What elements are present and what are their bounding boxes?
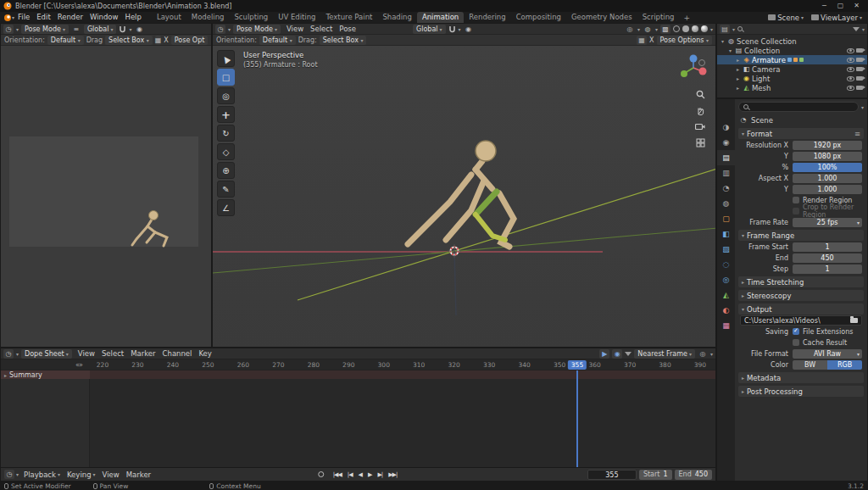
expand-caret-icon[interactable]: ▸ [735, 85, 741, 91]
close-button[interactable]: ✕ [849, 0, 865, 12]
scale-tool-button[interactable] [217, 143, 235, 160]
select-mode-dropdown[interactable]: Select Box ▾ [105, 36, 153, 45]
color-mode-option[interactable]: RGB [827, 360, 862, 370]
properties-tab[interactable] [717, 165, 735, 181]
frame-start-field[interactable]: Start1 [639, 470, 672, 480]
property-value-field[interactable]: 450 [793, 253, 862, 263]
properties-tab[interactable] [717, 287, 735, 303]
editor-type-icon[interactable]: ◷ [215, 25, 225, 34]
jump-to-end-button[interactable]: ▶▶| [387, 471, 398, 478]
workspace-tab[interactable]: Sculpting [229, 12, 273, 23]
collapsed-section-header[interactable]: ▸Stereoscopy [738, 290, 864, 301]
maximize-button[interactable]: ▢ [832, 0, 849, 12]
collapsed-section-header[interactable]: ▸Time Stretching [738, 276, 864, 287]
toggle-xray-icon[interactable]: ▩ [660, 25, 670, 34]
properties-tab[interactable] [717, 150, 735, 165]
overlays-icon[interactable]: ◍ [643, 25, 653, 34]
dope-sheet-editor-icon[interactable]: ◷ [3, 349, 14, 359]
collapsed-section-header[interactable]: ▸Metadata [738, 372, 864, 383]
orientation-default-dropdown[interactable]: Default ▾ [259, 36, 296, 45]
orientation-dropdown[interactable]: Global▾ [84, 25, 117, 34]
color-mode-option[interactable]: BW [793, 360, 827, 370]
checkbox[interactable] [793, 197, 799, 203]
disable-in-renders-icon[interactable] [856, 86, 863, 90]
select-mode-dropdown[interactable]: Select Box ▾ [320, 36, 367, 45]
properties-tab[interactable] [717, 303, 735, 318]
jump-to-start-button[interactable]: |◀◀ [331, 471, 343, 478]
workspace-tab[interactable]: Shading [377, 12, 417, 23]
expand-caret-icon[interactable]: ▾ [720, 38, 726, 44]
menu-item[interactable]: Key [195, 348, 214, 359]
scene-selector[interactable]: Scene ▾ [765, 14, 806, 22]
timeline-menu[interactable]: View▾ [99, 471, 123, 479]
outliner-editor-icon[interactable]: ▤ [720, 25, 730, 34]
disable-in-renders-icon[interactable] [856, 58, 863, 62]
hide-in-viewport-icon[interactable] [847, 76, 854, 81]
cursor-tool-button[interactable] [217, 87, 235, 104]
menu-item[interactable]: Edit [33, 12, 53, 23]
properties-tab[interactable] [717, 318, 735, 333]
output-path-field[interactable]: C:\Users\alexa\Videos\ [740, 315, 862, 326]
outliner-filter-icon[interactable] [853, 27, 860, 31]
annotate-tool-button[interactable] [217, 181, 235, 198]
snap-frame-dropdown[interactable]: Nearest Frame▾ [634, 349, 695, 359]
summary-channel[interactable]: ▸ Summary [1, 370, 90, 379]
timeline-editor-icon[interactable]: ◷ [4, 470, 14, 479]
proportional-editing-icon[interactable]: ◉ [134, 25, 144, 34]
transform-orientation-dropdown[interactable]: Global▾ [413, 25, 446, 34]
disable-in-renders-icon[interactable] [856, 67, 863, 71]
blender-menu-icon[interactable] [3, 14, 12, 22]
workspace-tab[interactable]: UV Editing [273, 12, 320, 23]
output-section-header[interactable]: ▾Output [738, 303, 864, 315]
expand-caret-icon[interactable]: ▸ [735, 66, 741, 72]
proportional-icon[interactable]: ◎ [698, 349, 708, 359]
current-frame-field[interactable]: 355 [587, 470, 637, 480]
rendered-shading-icon[interactable] [701, 25, 708, 32]
properties-tab[interactable] [717, 226, 735, 242]
playhead[interactable] [576, 370, 578, 467]
disable-in-renders-icon[interactable] [856, 76, 863, 81]
main-viewport-canvas[interactable]: User Perspective (355) Armature : Root [213, 46, 715, 348]
minimize-button[interactable]: ─ [816, 0, 832, 12]
scrollbar-handle-icon[interactable]: «» [75, 361, 82, 369]
hide-in-viewport-icon[interactable] [847, 58, 854, 63]
workspace-tab[interactable]: Texture Paint [321, 12, 378, 23]
menu-item[interactable]: Channel [159, 348, 196, 359]
hamburger-icon[interactable]: ≡ [71, 25, 81, 34]
property-value-field[interactable]: 1 [793, 242, 862, 252]
menu-item[interactable]: Render [54, 12, 86, 23]
mode-dropdown[interactable]: Pose Mode▾ [21, 25, 69, 34]
property-value-field[interactable]: 1.000 [793, 174, 862, 183]
secondary-viewport-canvas[interactable] [1, 46, 211, 348]
current-frame-badge[interactable]: 355 [568, 360, 587, 370]
property-value-field[interactable]: 1 [793, 264, 862, 274]
properties-tab[interactable] [717, 181, 735, 196]
file-extensions-checkbox[interactable] [793, 328, 799, 335]
frame-end-field[interactable]: End450 [675, 470, 712, 480]
expand-caret-icon[interactable]: ▸ [735, 75, 741, 81]
move-tool-button[interactable] [217, 106, 235, 123]
play-button[interactable]: ▶ [366, 471, 373, 478]
property-value-field[interactable]: 1080 px [793, 152, 862, 161]
menu-item[interactable]: Help [122, 12, 145, 23]
menu-item[interactable]: Select [307, 24, 336, 35]
pose-options-dropdown[interactable]: Pose Opt [171, 36, 209, 45]
orientation-default-dropdown[interactable]: Default ▾ [47, 36, 84, 45]
xray-icon[interactable]: ▦ [637, 36, 647, 45]
outliner-row[interactable]: ▾ Collection [717, 46, 867, 55]
workspace-tab[interactable]: Compositing [511, 12, 566, 23]
workspace-tab[interactable]: Animation [417, 12, 464, 23]
dope-sheet-mode-dropdown[interactable]: Dope Sheet▾ [21, 349, 72, 359]
outliner-row[interactable]: ▸ Light [717, 74, 867, 83]
hide-in-viewport-icon[interactable] [847, 48, 854, 53]
menu-item[interactable]: Window [86, 12, 122, 23]
outliner-search-icon[interactable] [737, 26, 743, 31]
navigation-gizmo[interactable] [678, 53, 709, 83]
properties-tab[interactable] [717, 257, 735, 272]
properties-tab[interactable] [717, 211, 735, 226]
material-shading-icon[interactable] [692, 25, 698, 32]
timeline-ruler[interactable]: «» 2202302402502602702802903003103203303… [1, 359, 715, 370]
preview-range-icon[interactable]: ◉ [612, 349, 622, 359]
toggle-ortho-grid-icon[interactable] [694, 136, 706, 148]
properties-tab[interactable] [717, 120, 735, 135]
